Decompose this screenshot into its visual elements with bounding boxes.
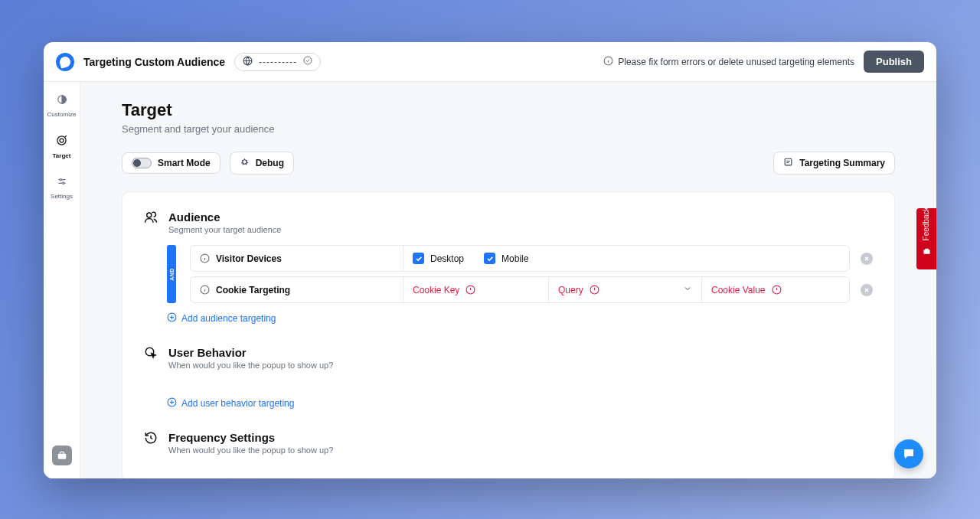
plus-circle-icon — [167, 312, 177, 325]
error-icon — [466, 285, 475, 295]
audience-section-title: Audience — [168, 211, 281, 224]
svg-rect-13 — [785, 158, 792, 165]
sidebar-item-customize[interactable]: Customize — [44, 93, 80, 122]
svg-point-11 — [62, 182, 64, 184]
mobile-label: Mobile — [501, 253, 528, 264]
history-icon — [144, 431, 158, 448]
app-logo[interactable] — [56, 53, 74, 71]
behavior-section-title: User Behavior — [168, 346, 333, 359]
sidebar-item-target[interactable]: Target — [44, 133, 80, 164]
audience-section-subtitle: Segment your target audience — [168, 225, 281, 234]
globe-icon — [243, 56, 253, 68]
page-header-title: Targeting Custom Audience — [83, 56, 225, 68]
info-icon — [603, 56, 613, 68]
cookie-targeting-rule[interactable]: Cookie Targeting — [191, 277, 403, 302]
contrast-icon — [57, 94, 67, 108]
svg-rect-41 — [925, 248, 929, 250]
cursor-click-icon — [144, 346, 158, 363]
sliders-icon — [57, 176, 67, 190]
info-icon — [200, 285, 210, 295]
add-audience-targeting-link[interactable]: Add audience targeting — [167, 312, 873, 325]
svg-point-12 — [242, 160, 246, 164]
svg-point-10 — [60, 179, 61, 181]
people-icon — [144, 211, 158, 227]
bug-icon — [240, 157, 250, 169]
query-select[interactable]: Query — [549, 277, 702, 302]
and-operator-bar: AND — [167, 245, 176, 303]
svg-point-7 — [60, 139, 64, 142]
frequency-section-subtitle: When would you like the popup to show up… — [168, 446, 333, 455]
target-icon — [56, 135, 67, 149]
check-icon — [303, 56, 312, 67]
error-icon — [590, 285, 599, 295]
sidebar-item-settings[interactable]: Settings — [44, 175, 80, 204]
add-behavior-targeting-link[interactable]: Add user behavior targeting — [167, 397, 873, 410]
svg-point-1 — [304, 57, 312, 64]
svg-rect-40 — [923, 250, 929, 254]
chat-button[interactable] — [894, 439, 923, 468]
desktop-checkbox[interactable] — [413, 253, 424, 264]
wallet-icon — [922, 245, 932, 259]
page-subtitle: Segment and target your audience — [122, 123, 895, 135]
frequency-section-title: Frequency Settings — [168, 431, 333, 444]
svg-point-6 — [57, 136, 66, 145]
chevron-down-icon — [683, 284, 692, 295]
form-error-message: Please fix form errors or delete unused … — [603, 56, 854, 68]
delete-rule-button[interactable] — [861, 253, 873, 265]
page-title: Target — [122, 100, 895, 120]
debug-button[interactable]: Debug — [230, 152, 294, 175]
info-icon — [200, 253, 210, 263]
svg-rect-39 — [58, 454, 67, 459]
delete-rule-button[interactable] — [861, 284, 873, 296]
cookie-value-input[interactable]: Cookie Value — [702, 277, 849, 302]
behavior-section-subtitle: When would you like the popup to show up… — [168, 361, 333, 370]
targeting-url-pill[interactable]: ---------- — [234, 53, 321, 71]
smart-mode-toggle[interactable]: Smart Mode — [122, 152, 220, 174]
plus-circle-icon — [167, 397, 177, 410]
publish-button[interactable]: Publish — [864, 51, 924, 73]
briefcase-button[interactable] — [52, 446, 72, 465]
feedback-tab[interactable]: Feedback — [916, 208, 936, 269]
error-icon — [772, 285, 782, 295]
svg-point-16 — [147, 213, 152, 217]
targeting-summary-button[interactable]: Targeting Summary — [773, 152, 895, 175]
mobile-checkbox[interactable] — [484, 253, 495, 264]
summary-icon — [783, 157, 793, 169]
cookie-key-input[interactable]: Cookie Key — [403, 277, 549, 302]
visitor-devices-rule[interactable]: Visitor Devices — [191, 246, 403, 271]
toggle-switch[interactable] — [132, 158, 152, 168]
desktop-label: Desktop — [430, 253, 464, 264]
